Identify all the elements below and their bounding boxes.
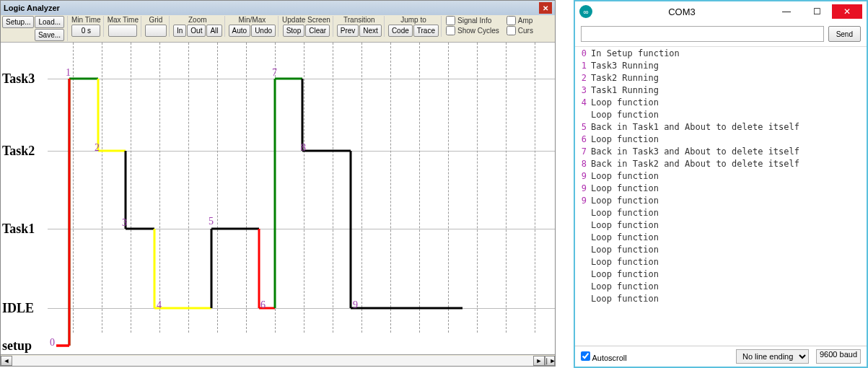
serial-input[interactable] (581, 26, 824, 42)
send-button[interactable]: Send (828, 26, 861, 42)
h-scrollbar[interactable]: ◄ ► ❘► (1, 354, 555, 366)
sm-close-button[interactable]: ✕ (832, 4, 862, 19)
maxtime-label: Max Time (108, 16, 139, 24)
maximize-button[interactable]: ☐ (802, 4, 832, 19)
serial-line: Loop function (591, 196, 864, 208)
sm-title: COM3 (592, 6, 771, 17)
serial-line: Loop function (591, 232, 864, 245)
curs-checkbox[interactable]: Curs (507, 26, 533, 35)
la-chart[interactable]: Task3 Task2 Task1 IDLE setup 0123456789 (1, 43, 555, 354)
serial-line: Loop function (591, 171, 864, 183)
serial-line: Loop function (591, 281, 864, 294)
marker-9: 9 (353, 299, 358, 311)
prev-button[interactable]: Prev (337, 25, 359, 37)
line-gutter: 012345678999 (575, 47, 588, 346)
zoom-in-button[interactable]: In (173, 25, 186, 37)
serial-line: Loop function (591, 257, 864, 269)
line-ending-select[interactable]: No line ending (736, 349, 809, 364)
undo-button[interactable]: Undo (251, 25, 276, 37)
transition-label: Transition (343, 16, 375, 24)
marker-5: 5 (209, 216, 214, 227)
la-toolbar: Setup... Load... Save... Min Time 0 s Ma… (1, 15, 555, 43)
baud-select[interactable]: 9600 baud (816, 349, 861, 364)
la-title: Logic Analyzer (4, 4, 60, 12)
trace-plot (1, 43, 555, 354)
marker-7: 7 (272, 67, 277, 79)
minmax-label: Min/Max (238, 16, 266, 24)
sm-footer: Autoscroll No line ending 9600 baud (575, 346, 867, 367)
serial-line: Loop function (591, 97, 864, 110)
marker-6: 6 (260, 299, 266, 311)
load-button[interactable]: Load... (35, 16, 64, 28)
marker-3: 3 (122, 217, 127, 229)
marker-1: 1 (66, 67, 71, 79)
serial-line: Loop function (591, 208, 864, 220)
serial-line: Task2 Running (591, 73, 864, 85)
code-button[interactable]: Code (388, 25, 413, 37)
marker-4: 4 (157, 299, 162, 311)
serial-line: In Setup function (591, 48, 864, 61)
amp-checkbox[interactable]: Amp (507, 16, 533, 25)
serial-line: Loop function (591, 220, 864, 232)
marker-8: 8 (301, 142, 306, 154)
mintime-label: Min Time (71, 16, 101, 24)
la-close-button[interactable]: ✕ (539, 2, 552, 14)
serial-line: Back in Task3 and About to delete itself (591, 146, 864, 159)
zoom-all-button[interactable]: All (206, 25, 222, 37)
serial-line: Loop function (591, 134, 864, 146)
next-button[interactable]: Next (359, 25, 382, 37)
scroll-end-button[interactable]: ❘► (545, 356, 555, 366)
serial-line: Task1 Running (591, 85, 864, 97)
grid-label: Grid (149, 16, 163, 24)
marker-0: 0 (50, 337, 55, 349)
jumpto-label: Jump to (400, 16, 426, 24)
serial-line: Loop function (591, 110, 864, 122)
scroll-left-button[interactable]: ◄ (1, 356, 12, 366)
la-titlebar: Logic Analyzer ✕ (1, 1, 555, 15)
minimize-button[interactable]: — (771, 4, 802, 19)
scroll-track[interactable] (12, 356, 533, 366)
serial-line: Loop function (591, 294, 864, 306)
grid-button[interactable] (145, 25, 167, 37)
auto-button[interactable]: Auto (229, 25, 251, 37)
maxtime-value[interactable] (108, 25, 137, 37)
clear-button[interactable]: Clear (305, 25, 330, 37)
serial-line: Loop function (591, 269, 864, 281)
serial-line: Loop function (591, 245, 864, 257)
serial-line: Task3 Running (591, 61, 864, 73)
serial-line: Back in Task2 and About to delete itself (591, 159, 864, 171)
marker-2: 2 (95, 142, 100, 154)
zoom-out-button[interactable]: Out (187, 25, 206, 37)
mintime-value[interactable]: 0 s (71, 25, 100, 37)
arduino-icon: ∞ (579, 5, 592, 18)
serial-output[interactable]: In Setup functionTask3 RunningTask2 Runn… (588, 47, 867, 346)
setup-button[interactable]: Setup... (2, 16, 34, 28)
serial-monitor-window: ∞ COM3 — ☐ ✕ Send 012345678999 In Setup … (574, 0, 868, 368)
signal-info-checkbox[interactable]: Signal Info (446, 16, 499, 25)
show-cycles-checkbox[interactable]: Show Cycles (446, 26, 499, 35)
logic-analyzer-window: Logic Analyzer ✕ Setup... Load... Save..… (0, 0, 556, 367)
serial-line: Loop function (591, 183, 864, 196)
serial-line: Back in Task1 and About to delete itself (591, 122, 864, 134)
save-button[interactable]: Save... (35, 29, 64, 41)
autoscroll-checkbox[interactable]: Autoscroll (581, 351, 627, 362)
zoom-label: Zoom (188, 16, 207, 24)
update-label: Update Screen (282, 16, 330, 24)
trace-button[interactable]: Trace (413, 25, 439, 37)
sm-titlebar: ∞ COM3 — ☐ ✕ (575, 1, 867, 22)
stop-button[interactable]: Stop (283, 25, 305, 37)
